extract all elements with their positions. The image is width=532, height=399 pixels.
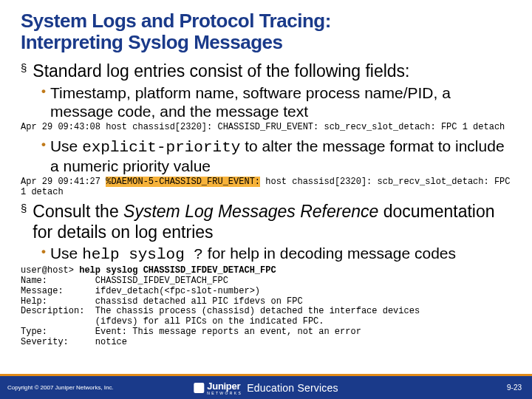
sub-bullet-marker: • bbox=[41, 137, 46, 152]
text-frag: Use bbox=[50, 245, 82, 262]
bullet-1-text: Standard log entries consist of the foll… bbox=[33, 61, 409, 82]
bullet-1: § Standard log entries consist of the fo… bbox=[21, 61, 511, 82]
cli-command: help syslog CHASSISD_IFDEV_DETACH_FPC bbox=[79, 265, 276, 276]
logo-icon bbox=[194, 383, 204, 393]
footer-bar: Copyright © 2007 Juniper Networks, Inc. … bbox=[0, 374, 532, 399]
cli-line: Severity: notice bbox=[21, 337, 127, 347]
content-area: System Logs and Protocol Tracing: Interp… bbox=[0, 0, 532, 374]
inline-code: explicit-priority bbox=[82, 139, 240, 156]
italic-ref: System Log Messages Reference bbox=[123, 202, 378, 221]
cli-line: Help: chassisd detached all PIC ifdevs o… bbox=[21, 296, 303, 307]
title-line-1: System Logs and Protocol Tracing: bbox=[21, 10, 331, 32]
sub-bullet-marker: • bbox=[41, 83, 46, 99]
bullet-marker: § bbox=[21, 202, 27, 216]
text-frag: for help in decoding message codes bbox=[203, 245, 456, 262]
cli-line: Description: The chassis process (chassi… bbox=[21, 306, 420, 316]
bullet-2-1: • Use help syslog ? for help in decoding… bbox=[41, 244, 511, 264]
cli-line: Message: ifdev_detach(<fpc-slot-number>) bbox=[21, 286, 260, 296]
slide-title: System Logs and Protocol Tracing: Interp… bbox=[21, 10, 511, 52]
log-example-1: Apr 29 09:43:08 host chassisd[2320]: CHA… bbox=[21, 123, 511, 133]
logo-subtitle: N E T W O R K S bbox=[207, 391, 241, 395]
bullet-1-1-text: Timestamp, platform name, software proce… bbox=[50, 83, 511, 120]
cli-prompt: user@host> bbox=[21, 265, 79, 276]
log-frag: Apr 29 09:41:27 bbox=[21, 177, 106, 187]
bullet-2: § Consult the System Log Messages Refere… bbox=[21, 202, 511, 242]
inline-code: help syslog ? bbox=[82, 246, 203, 263]
slide: System Logs and Protocol Tracing: Interp… bbox=[0, 0, 532, 399]
logo-text-block: Juniper N E T W O R K S bbox=[207, 381, 241, 395]
juniper-logo: Juniper N E T W O R K S bbox=[194, 381, 241, 395]
cli-line: (ifdevs) for all PICs on the indicated F… bbox=[21, 316, 324, 327]
bullet-marker: § bbox=[21, 61, 27, 75]
highlighted-code: %DAEMON-5-CHASSISD_FRU_EVENT: bbox=[106, 177, 260, 187]
sub-bullet-marker: • bbox=[41, 244, 46, 259]
cli-example: user@host> help syslog CHASSISD_IFDEV_DE… bbox=[21, 266, 511, 347]
page-number: 9-23 bbox=[507, 383, 522, 392]
text-frag: Consult the bbox=[33, 202, 123, 221]
bullet-1-1: • Timestamp, platform name, software pro… bbox=[41, 83, 511, 120]
education-services-label: Education Services bbox=[247, 382, 338, 394]
text-frag: Use bbox=[50, 137, 82, 154]
cli-line: Name: CHASSISD_IFDEV_DETACH_FPC bbox=[21, 276, 228, 286]
copyright-text: Copyright © 2007 Juniper Networks, Inc. bbox=[0, 384, 114, 391]
bullet-2-text: Consult the System Log Messages Referenc… bbox=[33, 202, 511, 242]
log-example-2: Apr 29 09:41:27 %DAEMON-5-CHASSISD_FRU_E… bbox=[21, 177, 511, 198]
bullet-2-1-text: Use help syslog ? for help in decoding m… bbox=[50, 244, 456, 264]
bullet-1-2: • Use explicit-priority to alter the mes… bbox=[41, 137, 511, 175]
title-line-2: Interpreting Syslog Messages bbox=[21, 31, 282, 53]
brand-block: Juniper N E T W O R K S Education Servic… bbox=[194, 381, 338, 395]
logo-name: Juniper bbox=[207, 381, 241, 392]
bullet-1-2-text: Use explicit-priority to alter the messa… bbox=[50, 137, 511, 175]
cli-line: Type: Event: This message reports an eve… bbox=[21, 327, 361, 337]
